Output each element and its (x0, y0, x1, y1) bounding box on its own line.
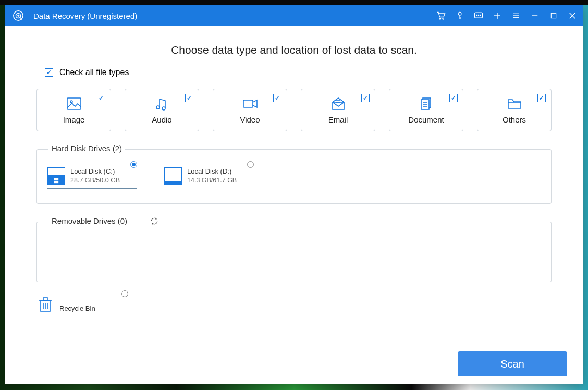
drive-d-name: Local Disk (D:) (187, 167, 237, 175)
scan-button[interactable]: Scan (458, 351, 567, 376)
svg-point-6 (443, 18, 444, 20)
svg-rect-21 (551, 13, 556, 18)
menu-icon[interactable] (511, 10, 521, 21)
chat-icon[interactable] (473, 10, 484, 21)
email-icon (330, 96, 347, 111)
recycle-radio[interactable] (121, 290, 128, 297)
drive-c-radio[interactable] (130, 161, 137, 168)
card-document-checkbox[interactable] (449, 94, 458, 102)
check-all-label: Check all file types (59, 68, 129, 77)
svg-rect-41 (56, 181, 58, 183)
hard-disk-title: Hard Disk Drives (2) (48, 144, 125, 153)
svg-rect-38 (54, 178, 56, 180)
hard-disk-group: Hard Disk Drives (2) Local Disk (C:) 28.… (36, 149, 552, 204)
drive-c-size: 28.7 GB/50.0 GB (70, 177, 120, 184)
card-video-checkbox[interactable] (273, 94, 281, 102)
removable-group: Removable Drives (0) (36, 222, 552, 282)
svg-rect-24 (67, 98, 81, 109)
svg-point-25 (70, 101, 72, 103)
card-audio[interactable]: Audio (125, 89, 199, 131)
card-video[interactable]: Video (213, 89, 287, 131)
card-document[interactable]: Document (389, 89, 463, 131)
maximize-icon[interactable] (548, 10, 559, 21)
card-email-label: Email (328, 115, 348, 124)
svg-point-27 (162, 107, 165, 110)
main-content: Choose data type and location of lost da… (5, 26, 583, 384)
plus-icon[interactable] (492, 10, 503, 21)
folder-icon (506, 96, 523, 111)
page-heading: Choose data type and location of lost da… (36, 44, 552, 56)
close-icon[interactable] (567, 10, 578, 21)
card-email-checkbox[interactable] (361, 94, 370, 102)
image-icon (66, 96, 82, 111)
title-bar: Data Recovery (Unregistered) (5, 5, 583, 26)
recycle-bin[interactable]: Recycle Bin (36, 294, 130, 315)
svg-rect-44 (43, 298, 47, 300)
check-all-row[interactable]: Check all file types (45, 68, 552, 77)
app-logo-icon (13, 10, 24, 21)
card-video-label: Video (240, 115, 260, 124)
audio-icon (154, 96, 170, 111)
drive-c[interactable]: Local Disk (C:) 28.7 GB/50.0 GB (45, 164, 139, 193)
video-icon (242, 96, 259, 111)
svg-point-14 (480, 15, 481, 16)
svg-point-5 (439, 18, 441, 20)
card-others-checkbox[interactable] (537, 94, 546, 102)
cart-icon[interactable] (436, 10, 446, 21)
svg-point-7 (458, 12, 461, 15)
refresh-icon[interactable] (150, 217, 158, 225)
recycle-label: Recycle Bin (59, 304, 95, 312)
removable-title: Removable Drives (0) (48, 216, 162, 225)
card-email[interactable]: Email (301, 89, 375, 131)
check-all-checkbox[interactable] (45, 68, 53, 77)
card-others[interactable]: Others (477, 89, 552, 131)
drive-d[interactable]: Local Disk (D:) 14.3 GB/61.7 GB (162, 164, 256, 193)
card-image-checkbox[interactable] (97, 94, 105, 102)
title-bar-actions (436, 10, 578, 21)
card-audio-label: Audio (152, 115, 172, 124)
drive-c-name: Local Disk (C:) (70, 167, 120, 175)
svg-rect-40 (54, 181, 56, 183)
trash-icon (39, 297, 52, 312)
card-others-label: Others (503, 115, 526, 124)
svg-rect-39 (56, 178, 58, 180)
card-image-label: Image (63, 115, 85, 124)
disk-icon (47, 167, 65, 185)
card-image[interactable]: Image (36, 89, 111, 131)
card-audio-checkbox[interactable] (185, 94, 193, 102)
svg-point-12 (476, 15, 477, 16)
file-type-cards: Image Audio Video Em (36, 89, 552, 131)
app-title: Data Recovery (Unregistered) (33, 11, 436, 20)
key-icon[interactable] (455, 10, 465, 21)
minimize-icon[interactable] (530, 10, 540, 21)
drive-d-size: 14.3 GB/61.7 GB (187, 177, 237, 184)
disk-icon (164, 167, 182, 185)
app-window: Data Recovery (Unregistered) Choose data… (5, 5, 583, 384)
document-icon (418, 96, 435, 111)
svg-point-13 (478, 15, 479, 16)
svg-rect-28 (243, 100, 253, 107)
drive-d-radio[interactable] (247, 161, 254, 168)
svg-point-26 (156, 106, 160, 109)
card-document-label: Document (408, 115, 444, 124)
